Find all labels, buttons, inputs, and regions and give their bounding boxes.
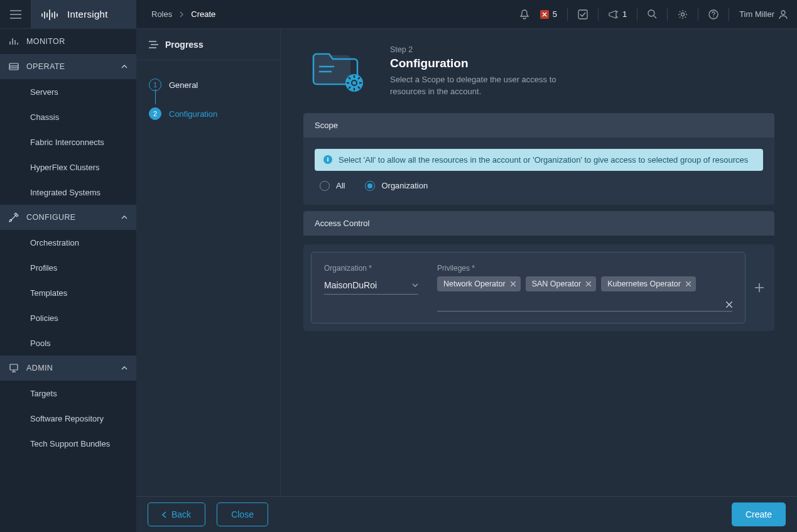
breadcrumb-root[interactable]: Roles [151,9,172,19]
nav-monitor-label: MONITOR [26,37,65,46]
scope-card: Scope Select 'All' to allow all the reso… [303,113,774,205]
close-icon [686,281,691,286]
gear-icon [678,9,688,19]
scope-info-strip: Select 'All' to allow all the resources … [315,149,763,171]
privileges-field: Privileges * Network Operator SAN Operat… [437,264,732,312]
step-general[interactable]: 1 General [149,70,268,99]
privileges-label: Privileges * [437,264,732,273]
chip-san-operator: SAN Operator [526,276,597,291]
nav-tech-support[interactable]: Tech Support Bundles [0,431,136,456]
privileges-input[interactable] [437,299,732,312]
back-button[interactable]: Back [148,502,205,526]
chip-label: SAN Operator [532,280,582,288]
nav-orchestration-label: Orchestration [30,238,79,247]
breadcrumb-current: Create [191,9,215,19]
admin-icon [9,363,19,373]
nav-hyperflex[interactable]: HyperFlex Clusters [0,155,136,180]
tasks-button[interactable] [569,0,597,29]
nav-admin-label: ADMIN [26,364,53,372]
user-name: Tim Miller [739,9,774,19]
chip-remove[interactable] [511,281,516,286]
radio-organization[interactable]: Organization [365,181,428,191]
progress-steps: 1 General 2 Configuration [136,60,280,138]
radio-all[interactable]: All [320,181,345,191]
nav-monitor[interactable]: MONITOR [0,29,136,54]
nav-orchestration[interactable]: Orchestration [0,230,136,255]
privileges-chips: Network Operator SAN Operator Kubernetes… [437,276,732,291]
access-control-card: Access Control Organization * MaisonDuRo… [303,211,774,331]
left-nav: MONITOR OPERATE Servers Chassis Fabric I… [0,29,136,532]
nav-operate[interactable]: OPERATE [0,54,136,79]
chip-remove[interactable] [686,281,691,286]
nav-pools[interactable]: Pools [0,330,136,356]
menu-icon [10,10,21,19]
nav-chassis-label: Chassis [30,112,59,122]
close-button[interactable]: Close [217,502,268,526]
nav-software-repo[interactable]: Software Repository [0,406,136,431]
access-control-row-wrap: Organization * MaisonDuRoi Privileges * … [303,244,774,331]
operate-icon [9,62,19,72]
step-configuration[interactable]: 2 Configuration [149,99,268,128]
nav-chassis[interactable]: Chassis [0,104,136,129]
progress-title: Progress [165,40,203,50]
access-control-body: Organization * MaisonDuRoi Privileges * … [303,236,774,331]
access-control-heading: Access Control [303,211,774,236]
search-icon [648,9,657,19]
progress-header: Progress [136,29,280,60]
nav-servers[interactable]: Servers [0,79,136,104]
nav-configure-label: CONFIGURE [26,213,76,222]
alerts-button[interactable]: 5 [538,0,566,29]
nav-targets[interactable]: Targets [0,381,136,406]
chevron-left-icon [162,511,166,518]
help-button[interactable] [700,0,727,29]
chip-remove[interactable] [586,281,591,286]
close-icon [511,281,516,286]
radio-icon [365,181,375,191]
nav-configure[interactable]: CONFIGURE [0,205,136,230]
settings-button[interactable] [669,0,697,29]
nav-profiles[interactable]: Profiles [0,255,136,280]
svg-rect-26 [10,364,18,370]
privileges-clear[interactable] [726,301,732,308]
user-menu[interactable]: Tim Miller [730,0,797,29]
nav-fabric-interconnects[interactable]: Fabric Interconnects [0,129,136,155]
folder-gear-icon [309,46,372,95]
svg-line-14 [654,16,656,18]
back-label: Back [171,509,191,519]
close-icon [726,301,732,308]
topbar: Intersight Roles Create 5 1 [0,0,797,29]
nav-policies-label: Policies [30,313,58,323]
announcements-button[interactable]: 1 [600,0,636,29]
help-icon [708,9,718,19]
nav-admin[interactable]: ADMIN [0,356,136,381]
announce-count: 1 [622,9,627,19]
close-label: Close [231,509,254,519]
nav-policies[interactable]: Policies [0,305,136,330]
scope-heading: Scope [303,113,774,138]
chip-network-operator: Network Operator [437,276,521,291]
check-square-icon [578,9,588,19]
search-button[interactable] [639,0,666,29]
svg-rect-23 [9,63,18,70]
organization-select[interactable]: MaisonDuRoi [324,276,418,295]
notifications-button[interactable] [511,0,538,29]
add-row-button[interactable] [752,280,767,295]
brand[interactable]: Intersight [31,0,136,29]
svg-rect-12 [578,10,587,19]
chevron-up-icon [121,215,127,219]
radio-organization-label: Organization [381,181,428,190]
svg-point-18 [781,11,785,14]
nav-templates[interactable]: Templates [0,280,136,305]
step-general-label: General [169,80,198,90]
nav-integrated-systems[interactable]: Integrated Systems [0,180,136,205]
wizard-footer: Back Close Create [136,496,797,532]
create-label: Create [745,509,772,519]
megaphone-icon [609,10,619,19]
nav-hyperflex-label: HyperFlex Clusters [30,163,100,172]
svg-point-13 [648,10,654,16]
hamburger-menu[interactable] [0,0,31,29]
nav-targets-label: Targets [30,389,57,398]
nav-operate-label: OPERATE [26,62,65,71]
create-button[interactable]: Create [732,502,786,526]
nav-profiles-label: Profiles [30,263,57,273]
